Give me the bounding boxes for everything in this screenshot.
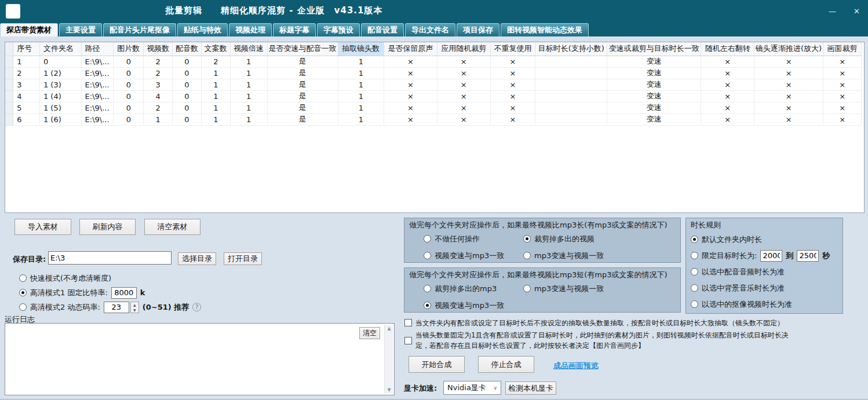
table-cell[interactable]: ×: [701, 67, 754, 79]
column-header[interactable]: 文案数: [201, 42, 230, 56]
column-header[interactable]: 是否变速与配音一致: [267, 42, 338, 56]
open-dir-button[interactable]: 打开目录: [224, 252, 262, 265]
refresh-content-button[interactable]: 刷新内容: [79, 219, 136, 235]
save-dir-input[interactable]: [48, 251, 172, 265]
video-longer-option-1[interactable]: 裁剪掉多出的视频: [523, 233, 604, 245]
start-compose-button[interactable]: 开始合成: [409, 356, 465, 373]
tab-5[interactable]: 标题字幕: [273, 23, 316, 36]
table-cell[interactable]: E:\9\...: [81, 67, 114, 79]
checkbox-icon[interactable]: [404, 337, 412, 344]
column-header[interactable]: 不重复使用: [490, 42, 535, 56]
table-cell[interactable]: [535, 113, 607, 125]
table-cell[interactable]: 0: [114, 56, 144, 67]
table-cell[interactable]: 1: [144, 113, 173, 125]
table-cell[interactable]: ×: [437, 79, 490, 90]
column-header[interactable]: 画面裁剪: [823, 42, 862, 56]
table-cell[interactable]: 3: [144, 79, 173, 90]
table-cell[interactable]: ×: [437, 113, 490, 125]
table-cell[interactable]: ×: [823, 90, 862, 102]
table-cell[interactable]: E:\9\...: [81, 90, 114, 102]
radio-icon[interactable]: [19, 289, 27, 296]
table-cell[interactable]: 1: [338, 67, 384, 79]
duration-rule-option-4[interactable]: 以选中的抠像视频时长为准: [691, 298, 830, 310]
table-cell[interactable]: 是: [267, 90, 338, 102]
table-cell[interactable]: ×: [490, 67, 535, 79]
table-cell[interactable]: 0: [173, 90, 202, 102]
table-cell[interactable]: [535, 79, 607, 90]
log-clear-button[interactable]: 清空: [359, 327, 380, 339]
table-cell[interactable]: [535, 102, 607, 113]
table-cell[interactable]: ×: [490, 56, 535, 67]
table-cell[interactable]: 0: [173, 56, 202, 67]
clear-material-button[interactable]: 清空素材: [144, 219, 200, 235]
table-cell[interactable]: 1: [338, 79, 384, 90]
table-cell[interactable]: ×: [701, 113, 754, 125]
tab-9[interactable]: 项目保存: [457, 23, 499, 36]
table-cell[interactable]: ×: [823, 79, 862, 90]
table-cell[interactable]: 1: [201, 102, 230, 113]
table-cell[interactable]: 2: [144, 67, 173, 79]
option-checkbox-row-1[interactable]: 当镜头数量固定为1且含有配音或设置了目标时长时，此时抽到的素材为图片，则图转视频…: [404, 330, 800, 351]
mode-option-2[interactable]: 高清模式2 动态码率:▲▼(0~51) 推荐?: [19, 301, 201, 313]
table-cell[interactable]: 1: [230, 90, 267, 102]
table-cell[interactable]: 3: [13, 79, 40, 90]
table-cell[interactable]: 1 (5): [39, 102, 81, 113]
column-header[interactable]: 路径: [81, 42, 114, 56]
table-cell[interactable]: 1: [338, 56, 384, 67]
duration-rule-option-3[interactable]: 以选中背景音乐时长为准: [691, 282, 830, 294]
tab-8[interactable]: 导出文件名: [405, 23, 455, 36]
tab-1[interactable]: 主要设置: [59, 23, 102, 36]
table-cell[interactable]: 2: [144, 56, 173, 67]
table-cell[interactable]: ×: [754, 67, 823, 79]
table-cell[interactable]: 1 (4): [39, 90, 81, 102]
table-cell[interactable]: 1 (2): [39, 67, 81, 79]
table-cell[interactable]: 0: [114, 102, 144, 113]
video-longer-option-2[interactable]: 视频变速与mp3一致: [424, 249, 523, 262]
radio-icon[interactable]: [523, 285, 531, 292]
table-cell[interactable]: E:\9\...: [81, 79, 114, 90]
column-header[interactable]: 视频倍速: [230, 42, 267, 56]
table-cell[interactable]: ×: [701, 90, 754, 102]
table-cell[interactable]: ×: [754, 113, 823, 125]
table-cell[interactable]: [535, 67, 607, 79]
table-cell[interactable]: 6: [13, 113, 40, 125]
row-header[interactable]: [5, 67, 13, 79]
column-header[interactable]: 目标时长(支持小数): [535, 42, 607, 56]
spinner-down-icon[interactable]: ▼: [131, 307, 138, 313]
column-header[interactable]: 配音数: [173, 42, 202, 56]
table-cell[interactable]: ×: [823, 56, 862, 67]
table-cell[interactable]: 1 (3): [39, 79, 81, 90]
radio-icon[interactable]: [691, 284, 698, 292]
table-cell[interactable]: 1: [201, 67, 230, 79]
log-scrollbar[interactable]: ▲ ▼: [384, 325, 393, 394]
table-cell[interactable]: ×: [490, 90, 535, 102]
table-cell[interactable]: E:\9\...: [81, 113, 114, 125]
table-cell[interactable]: 变速: [607, 113, 701, 125]
table-cell[interactable]: 是: [267, 56, 338, 67]
table-cell[interactable]: 1: [201, 90, 230, 102]
radio-icon[interactable]: [424, 285, 431, 292]
table-cell[interactable]: 0: [173, 102, 202, 113]
table-cell[interactable]: 变速: [607, 56, 701, 67]
radio-icon[interactable]: [424, 252, 431, 259]
table-cell[interactable]: ×: [384, 67, 437, 79]
radio-icon[interactable]: [691, 236, 698, 243]
table-cell[interactable]: ×: [701, 79, 754, 90]
table-cell[interactable]: 是: [267, 102, 338, 113]
table-cell[interactable]: 2: [144, 102, 173, 113]
spinner-control[interactable]: ▲▼: [130, 302, 139, 313]
table-cell[interactable]: ×: [384, 113, 437, 125]
table-cell[interactable]: 4: [13, 90, 40, 102]
tab-2[interactable]: 配音片头片尾抠像: [103, 23, 176, 36]
column-header[interactable]: 变速或裁剪与目标时长一致: [607, 42, 701, 56]
table-cell[interactable]: 2: [13, 67, 40, 79]
radio-icon[interactable]: [19, 303, 27, 311]
column-header[interactable]: 文件夹名: [39, 42, 81, 56]
choose-dir-button[interactable]: 选择目录: [178, 252, 216, 265]
table-cell[interactable]: 1: [230, 79, 267, 90]
duration-rule-option-1-max-input[interactable]: [797, 250, 819, 262]
tab-10[interactable]: 图转视频智能动态效果: [501, 23, 589, 36]
video-longer-option-0[interactable]: 不做任何操作: [424, 233, 523, 245]
table-cell[interactable]: 0: [114, 90, 144, 102]
radio-icon[interactable]: [691, 268, 698, 276]
